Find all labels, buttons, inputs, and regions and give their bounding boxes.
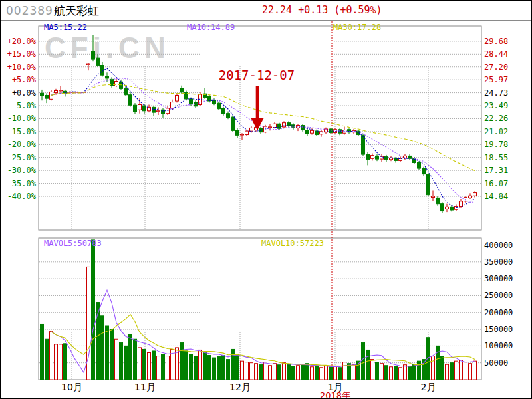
candle (432, 196, 435, 198)
volume-bar (208, 356, 211, 380)
candle (446, 207, 449, 209)
volume-bar (250, 363, 253, 380)
axis-tick-label: +10.0% (7, 63, 37, 72)
ma10-label: MA10:14.89 (187, 23, 235, 32)
candle (190, 99, 193, 104)
volume-bar (385, 366, 388, 380)
volume-bar (432, 356, 435, 380)
axis-tick-label: -15.0% (7, 127, 37, 136)
axis-tick-label: 17.31 (484, 166, 508, 175)
volume-bar (64, 344, 67, 380)
axis-tick-label: -20.0% (7, 140, 37, 149)
volume-bar (115, 339, 118, 380)
annotation-date: 2017-12-07 (213, 68, 301, 82)
volume-bar (134, 339, 137, 380)
candle (87, 64, 90, 65)
candle (273, 124, 277, 127)
volume-bar (157, 356, 160, 380)
mavol10-label: MAVOL10:57223 (261, 239, 324, 248)
volume-bar (338, 368, 342, 380)
volume-bar (283, 363, 286, 380)
axis-tick-label: 21.02 (484, 127, 508, 136)
volume-bar (45, 339, 49, 380)
candle (460, 201, 463, 207)
volume-bar (92, 240, 95, 380)
volume-bar (143, 349, 146, 380)
candle (106, 77, 109, 78)
volume-bar (287, 364, 291, 380)
volume-bar (245, 362, 249, 380)
volume-bar (190, 354, 193, 380)
candle (236, 130, 239, 136)
volume-bar (473, 361, 477, 380)
candle (176, 95, 179, 101)
candle (96, 58, 100, 66)
x-axis-month-label: 12月 (217, 382, 263, 394)
volume-bar (278, 365, 281, 380)
axis-tick-label: 22.26 (484, 114, 508, 123)
volume-bar (87, 267, 90, 380)
annotation-arrow (251, 86, 264, 130)
volume-bar (436, 346, 440, 380)
axis-tick-label: -25.0% (7, 153, 37, 162)
volume-bar (217, 357, 221, 380)
volume-bar (222, 356, 225, 380)
volume-bar (450, 363, 454, 380)
axis-tick-label: 23.49 (484, 101, 508, 110)
volume-bar (292, 366, 295, 380)
x-axis-month-label: 10月 (49, 382, 95, 394)
candle (129, 95, 132, 106)
volume-bar (101, 316, 104, 380)
volume-bar (269, 366, 272, 380)
candle (171, 102, 174, 108)
axis-tick-label: 28.44 (484, 49, 508, 59)
axis-tick-label: -10.0% (7, 114, 37, 123)
candle (217, 103, 221, 109)
volume-bar (236, 354, 239, 380)
x-axis-month-label: 11月 (122, 382, 168, 394)
volume-bar (50, 332, 53, 380)
candle (45, 95, 49, 98)
candle (366, 154, 370, 160)
axis-tick-label: 16.07 (484, 179, 508, 188)
volume-bar (464, 362, 467, 380)
volume-bar (55, 344, 58, 380)
candle (371, 156, 374, 159)
candle (306, 130, 309, 134)
axis-tick-label: 19.78 (484, 140, 508, 149)
axis-tick-label: -35.0% (7, 179, 37, 188)
volume-bar (311, 367, 314, 380)
axis-tick-label: 50000 (484, 358, 508, 368)
axis-tick-label: 25.97 (484, 75, 508, 84)
candle (259, 128, 263, 132)
volume-bar (231, 349, 235, 380)
candle (41, 93, 44, 95)
volume-bar (213, 358, 216, 380)
volume-bar (469, 364, 472, 380)
volume-bar (315, 366, 319, 380)
volume-bar (418, 361, 421, 380)
volume-bar (329, 367, 332, 380)
axis-tick-label: 18.55 (484, 153, 508, 162)
volume-bar (241, 361, 244, 380)
axis-tick-label: 100000 (484, 341, 513, 350)
axis-tick-label: +20.0% (7, 37, 37, 46)
volume-bar (394, 366, 398, 380)
candle (315, 131, 319, 134)
volume-bar (59, 344, 63, 380)
axis-tick-label: 250000 (484, 291, 513, 300)
volume-bar (362, 342, 365, 380)
candle (390, 158, 393, 160)
volume-bar (166, 356, 170, 380)
volume-bar (203, 352, 207, 380)
volume-bar (334, 366, 337, 380)
x-axis-year-label: 2018年 (312, 390, 358, 399)
candle (441, 204, 444, 211)
volume-bar (110, 329, 114, 380)
candle (231, 117, 235, 130)
candle (55, 90, 58, 92)
volume-bar (320, 368, 323, 380)
volume-bar (41, 324, 44, 380)
candle (124, 88, 128, 94)
volume-bar (199, 350, 202, 380)
